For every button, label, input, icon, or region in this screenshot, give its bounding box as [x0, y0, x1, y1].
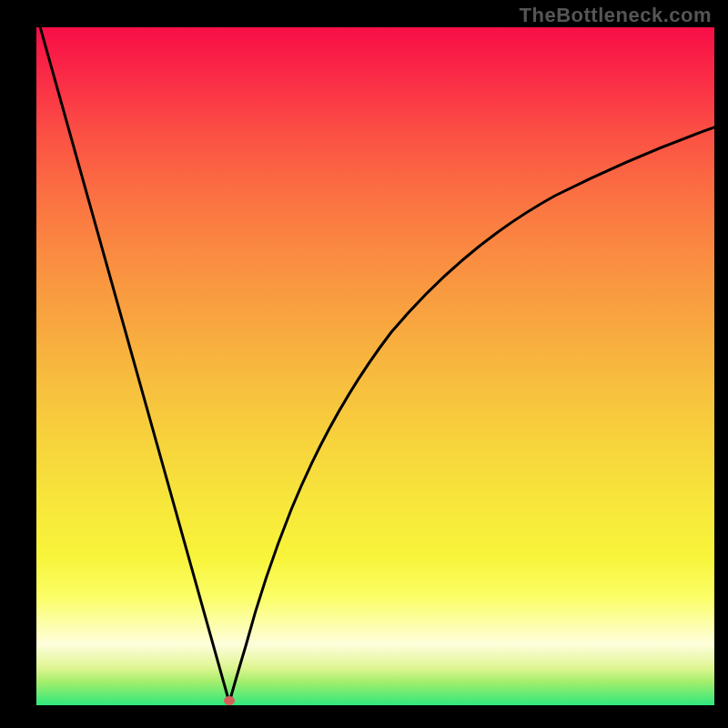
- plot-area: [36, 27, 714, 705]
- bottleneck-curve: [36, 27, 714, 705]
- curve-right-branch: [229, 127, 714, 703]
- minimum-marker: [224, 696, 235, 705]
- watermark-text: TheBottleneck.com: [520, 4, 712, 27]
- curve-left-branch: [36, 27, 229, 703]
- chart-frame: TheBottleneck.com: [0, 0, 728, 728]
